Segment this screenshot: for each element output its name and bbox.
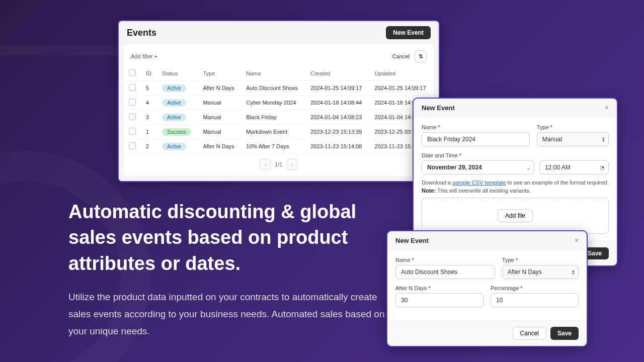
cell-type: After N Days — [198, 81, 241, 96]
type-select[interactable]: After N Days — [502, 265, 579, 279]
cell-created: 2024-01-25 14:09:17 — [305, 81, 369, 96]
status-badge: Active — [162, 84, 186, 92]
hero-body: Utilize the product data inputted on you… — [68, 289, 390, 340]
new-event-modal-afterndays: New Event × Name * Type * After N Days ▴… — [386, 230, 588, 347]
hero-heading: Automatic discounting & global sales eve… — [68, 199, 390, 277]
cancel-button[interactable]: Cancel — [513, 327, 546, 340]
help-text: Download a sample CSV template to see an… — [422, 179, 609, 186]
pager-next-button[interactable]: › — [287, 159, 298, 170]
cell-created: 2024-01-18 14:08:44 — [305, 96, 369, 110]
cell-created: 2023-12-23 15:13:39 — [305, 125, 369, 139]
cell-id: 4 — [141, 96, 157, 110]
file-dropzone[interactable]: Add file — [422, 198, 609, 234]
table-row[interactable]: 1 Success Manual Markdown Event 2023-12-… — [124, 125, 434, 139]
row-checkbox[interactable] — [129, 128, 136, 135]
status-badge: Active — [162, 114, 186, 121]
cell-name: Black Friday — [241, 110, 305, 125]
col-name: Name — [241, 66, 305, 81]
add-filter-button[interactable]: Add filter + — [131, 53, 157, 59]
chevron-down-icon: ⌄ — [526, 165, 530, 170]
time-input[interactable]: 12:00 AM — [539, 160, 609, 174]
type-label: Type * — [537, 124, 609, 130]
save-button[interactable]: Save — [550, 327, 579, 340]
select-arrows-icon: ▴▾ — [602, 136, 605, 143]
modal2-title: New Event — [395, 237, 429, 244]
select-arrows-icon: ▴▾ — [572, 269, 575, 276]
cell-updated: 2024-01-25 14:09:17 — [370, 81, 434, 96]
cell-name: Cyber Monday 2024 — [241, 96, 305, 110]
name-label: Name * — [395, 257, 495, 263]
name-input[interactable] — [422, 132, 530, 146]
hero-section: Automatic discounting & global sales eve… — [68, 199, 390, 340]
cell-name: Auto Discount Shoes — [241, 81, 305, 96]
col-created: Created — [305, 66, 369, 81]
type-select[interactable]: Manual — [537, 132, 609, 146]
afterndays-label: After N Days * — [395, 285, 484, 291]
cell-type: Manual — [198, 125, 241, 139]
cell-created: 2023-11-23 15:14:08 — [305, 139, 369, 154]
afterndays-input[interactable] — [395, 293, 484, 307]
cell-id: 3 — [141, 110, 157, 125]
row-checkbox[interactable] — [129, 84, 136, 91]
events-table: ID Status Type Name Created Updated 5 Ac… — [124, 66, 434, 154]
row-checkbox[interactable] — [129, 142, 136, 149]
clock-icon: ◔ — [600, 164, 605, 171]
col-updated: Updated — [370, 66, 434, 81]
cell-name: 10% After 7 Days — [241, 139, 305, 154]
col-type: Type — [198, 66, 241, 81]
add-file-button[interactable]: Add file — [498, 209, 533, 222]
cell-id: 1 — [141, 125, 157, 139]
cell-id: 5 — [141, 81, 157, 96]
type-label: Type * — [502, 257, 579, 263]
cancel-filter-button[interactable]: Cancel — [392, 53, 410, 59]
table-row[interactable]: 5 Active After N Days Auto Discount Shoe… — [124, 81, 434, 96]
table-row[interactable]: 3 Active Manual Black Friday 2024-01-04 … — [124, 110, 434, 125]
cell-created: 2024-01-04 14:08:23 — [305, 110, 369, 125]
status-badge: Active — [162, 99, 186, 107]
col-id: ID — [141, 66, 157, 81]
cell-type: Manual — [198, 96, 241, 110]
close-icon[interactable]: × — [575, 236, 579, 244]
cell-id: 2 — [141, 139, 157, 154]
datetime-label: Date and Time * — [422, 152, 609, 158]
table-row[interactable]: 2 Active After N Days 10% After 7 Days 2… — [124, 139, 434, 154]
date-input[interactable]: November 29, 2024 — [422, 160, 534, 174]
pager-info: 1/1 — [275, 161, 282, 167]
name-label: Name * — [422, 124, 530, 130]
new-event-button[interactable]: New Event — [386, 26, 431, 39]
sort-icon[interactable]: ⇅ — [415, 50, 427, 62]
percentage-input[interactable] — [491, 293, 579, 307]
close-icon[interactable]: × — [605, 104, 609, 112]
cell-type: Manual — [198, 110, 241, 125]
status-badge: Success — [162, 128, 191, 136]
note-text: Note: This will overwrite all existing v… — [422, 188, 609, 194]
col-status: Status — [157, 66, 198, 81]
pager-prev-button[interactable]: ‹ — [260, 159, 271, 170]
row-checkbox[interactable] — [129, 113, 136, 120]
events-title: Events — [127, 28, 156, 38]
modal1-title: New Event — [422, 104, 455, 112]
select-all-checkbox[interactable] — [129, 69, 136, 76]
events-panel: Events New Event Add filter + Cancel ⇅ I… — [118, 20, 440, 182]
cell-type: After N Days — [198, 139, 241, 154]
name-input[interactable] — [395, 265, 495, 279]
table-row[interactable]: 4 Active Manual Cyber Monday 2024 2024-0… — [124, 96, 434, 110]
percentage-label: Percentage * — [491, 285, 579, 291]
csv-template-link[interactable]: sample CSV template — [452, 179, 506, 186]
row-checkbox[interactable] — [129, 99, 136, 106]
status-badge: Active — [162, 143, 186, 150]
cell-name: Markdown Event — [241, 125, 305, 139]
bg-bar — [0, 45, 121, 55]
